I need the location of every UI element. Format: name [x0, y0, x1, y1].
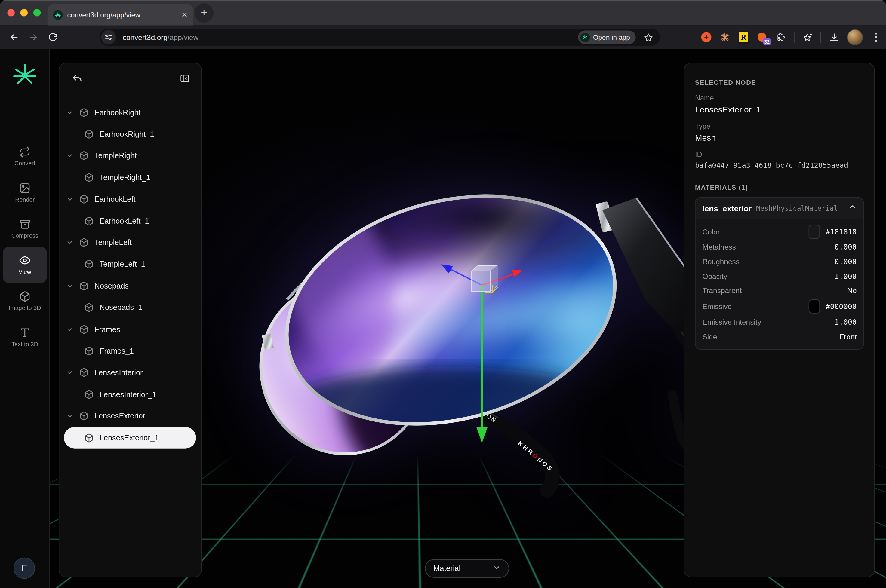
node-name-field: Name LensesExterior_1	[695, 94, 864, 114]
material-row-color: Color #181818	[702, 223, 856, 240]
materials-title: MATERIALS (1)	[695, 184, 864, 191]
tree-item[interactable]: TempleRight_1	[59, 167, 201, 189]
minimize-window-button[interactable]	[21, 9, 28, 16]
sidebar-item-compress[interactable]: Compress	[3, 211, 47, 247]
extensions-puzzle-icon[interactable]	[775, 32, 787, 43]
gizmo-center-cube[interactable]	[471, 266, 499, 292]
site-settings-icon[interactable]	[101, 30, 116, 45]
app-sidebar: Convert Render Compress View Image to 3D	[0, 49, 50, 588]
open-in-app-button[interactable]: Open in app	[578, 30, 635, 44]
downloads-icon[interactable]	[828, 32, 840, 43]
material-row-side: SideFront	[702, 330, 856, 344]
tab-title: convert3d.org/app/view	[68, 11, 177, 19]
undo-icon[interactable]	[72, 73, 83, 86]
url-domain: convert3d.org	[123, 33, 168, 42]
tree-item[interactable]: Nosepads_1	[59, 297, 201, 318]
color-swatch[interactable]	[809, 225, 820, 238]
sidebar-item-convert[interactable]: Convert	[3, 138, 47, 174]
app-logo-icon[interactable]	[11, 62, 39, 91]
browser-window: convert3d.org/app/view ✕ + convert3d.org…	[0, 0, 886, 588]
tree-item[interactable]: LensesInterior_1	[59, 384, 201, 405]
tree-item[interactable]: EarhookRight	[59, 102, 201, 123]
sidebar-item-label: Convert	[14, 160, 35, 167]
toolbar-extensions: + R 32	[701, 26, 881, 49]
extension-plus-icon[interactable]: +	[701, 32, 712, 43]
material-card: lens_exterior MeshPhysicalMaterial Color…	[695, 197, 864, 350]
tree-item-selected[interactable]: LensesExterior_1	[64, 427, 196, 448]
user-avatar[interactable]: F	[14, 557, 35, 579]
extension-r-icon[interactable]: R	[738, 32, 749, 43]
sidebar-item-label: View	[18, 268, 31, 275]
tree-item[interactable]: EarhookRight_1	[59, 123, 201, 145]
material-type: MeshPhysicalMaterial	[756, 204, 838, 212]
material-row-opacity: Opacity1.000	[702, 269, 856, 284]
url-text: convert3d.org/app/view	[123, 33, 578, 42]
sidebar-item-render[interactable]: Render	[3, 175, 47, 211]
scene-tree: EarhookRight EarhookRight_1 TempleRight …	[59, 96, 201, 448]
close-window-button[interactable]	[7, 9, 14, 16]
tree-item[interactable]: TempleLeft_1	[59, 254, 201, 275]
browser-profile-avatar[interactable]	[847, 30, 863, 45]
sidebar-item-label: Text to 3D	[11, 340, 38, 348]
tab-strip: convert3d.org/app/view ✕ +	[0, 0, 886, 26]
tree-item[interactable]: LensesExterior	[59, 405, 201, 427]
tree-item[interactable]: TempleLeft	[59, 232, 201, 254]
sidebar-item-text-to-3d[interactable]: Text to 3D	[3, 319, 47, 356]
material-card-header[interactable]: lens_exterior MeshPhysicalMaterial	[695, 198, 863, 219]
collapse-panel-icon[interactable]	[180, 74, 190, 86]
material-row-transparent: TransparentNo	[702, 284, 856, 298]
extension-badged-icon[interactable]: 32	[757, 32, 768, 43]
node-id-value: bafa0447-91a3-4618-bc7c-fd212855aead	[695, 161, 864, 169]
open-in-app-icon	[580, 33, 590, 42]
browser-menu-icon[interactable]	[870, 32, 881, 43]
forward-button[interactable]	[24, 28, 43, 47]
tab-favicon-icon	[53, 10, 63, 20]
emissive-swatch[interactable]	[809, 299, 820, 314]
toolbar-divider	[794, 32, 794, 43]
extension-starburst-icon[interactable]	[719, 32, 731, 43]
reading-list-star-icon[interactable]	[802, 32, 813, 43]
chevron-up-icon[interactable]	[848, 202, 856, 213]
viewport-mode-dropdown[interactable]: Material	[425, 559, 509, 578]
tree-item[interactable]: LensesInterior	[59, 362, 201, 384]
sidebar-item-image-to-3d[interactable]: Image to 3D	[3, 283, 47, 319]
node-name-value: LensesExterior_1	[695, 105, 864, 114]
node-id-field: ID bafa0447-91a3-4618-bc7c-fd212855aead	[695, 151, 864, 170]
chevron-down-icon	[493, 564, 500, 573]
tree-item[interactable]: EarhookLeft	[59, 189, 201, 210]
window-controls	[7, 9, 41, 16]
sidebar-item-view[interactable]: View	[3, 247, 47, 283]
tree-item[interactable]: Nosepads	[59, 275, 201, 297]
sidebar-item-label: Render	[15, 196, 35, 203]
tree-item[interactable]: EarhookLeft_1	[59, 210, 201, 232]
tree-item[interactable]: Frames_1	[59, 340, 201, 362]
scene-tree-panel: EarhookRight EarhookRight_1 TempleRight …	[59, 63, 201, 578]
material-row-roughness: Roughness0.000	[702, 255, 856, 269]
bookmark-star-icon[interactable]	[644, 33, 653, 42]
tree-item[interactable]: Frames	[59, 318, 201, 340]
browser-toolbar: convert3d.org/app/view Open in app + R 3…	[0, 26, 886, 49]
address-bar[interactable]: convert3d.org/app/view Open in app	[99, 29, 660, 46]
zoom-window-button[interactable]	[33, 9, 41, 16]
material-row-emissive-intensity: Emissive Intensity1.000	[702, 315, 856, 330]
material-row-emissive: Emissive #000000	[702, 298, 856, 315]
url-path: /app/view	[168, 33, 198, 42]
open-in-app-label: Open in app	[593, 33, 630, 41]
browser-tab[interactable]: convert3d.org/app/view ✕	[48, 4, 194, 26]
gizmo-y-arrow[interactable]	[476, 427, 488, 443]
new-tab-button[interactable]: +	[194, 3, 213, 22]
sunglasses-model[interactable]: CONNECTING SOFTWARE TO SILICON KHRONOS	[136, 113, 757, 508]
material-row-metalness: Metalness0.000	[702, 240, 856, 255]
tab-close-icon[interactable]: ✕	[181, 11, 187, 19]
node-type-value: Mesh	[695, 133, 864, 142]
inspector-panel: SELECTED NODE Name LensesExterior_1 Type…	[683, 63, 875, 578]
back-button[interactable]	[5, 28, 24, 47]
reload-button[interactable]	[43, 28, 62, 47]
selected-node-title: SELECTED NODE	[695, 79, 864, 86]
tree-item[interactable]: TempleRight	[59, 145, 201, 166]
viewport-mode-label: Material	[433, 564, 461, 573]
node-type-field: Type Mesh	[695, 123, 864, 142]
sidebar-item-label: Image to 3D	[9, 304, 41, 311]
material-name: lens_exterior	[702, 204, 752, 213]
app-root: Convert Render Compress View Image to 3D	[0, 49, 886, 588]
